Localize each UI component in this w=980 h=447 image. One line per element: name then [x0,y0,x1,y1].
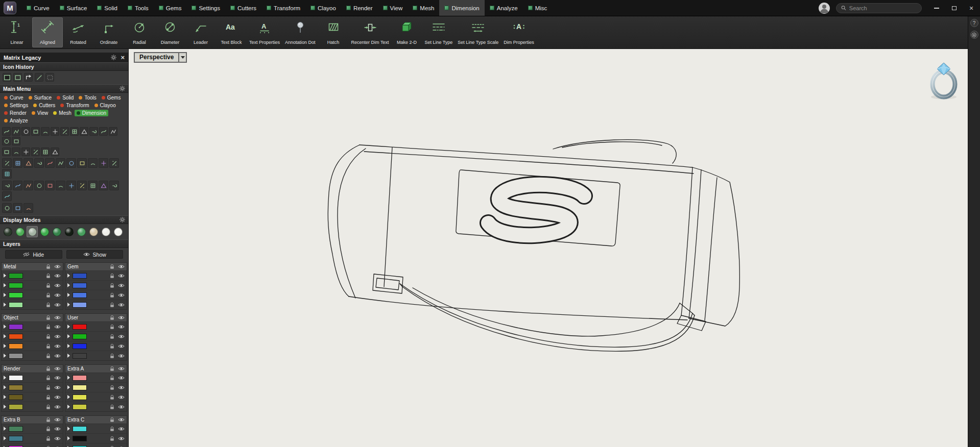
main-menu-item-settings[interactable]: Settings [2,102,30,109]
menu-tab-misc[interactable]: Misc [523,0,553,16]
lock-icon[interactable] [46,417,51,423]
split-icon[interactable] [23,181,33,190]
layer-color-swatch[interactable] [9,436,23,441]
minimize-icon[interactable] [928,0,945,16]
lock-icon[interactable] [46,445,51,447]
eye-icon[interactable] [54,395,61,400]
eye-icon[interactable] [118,283,125,288]
eye-icon[interactable] [54,303,61,307]
layer-color-swatch[interactable] [73,273,87,279]
layer-row[interactable] [2,341,63,351]
scale-icon[interactable] [34,158,44,168]
show-layers-button[interactable]: Show [66,250,124,259]
menu-tab-render[interactable]: Render [341,0,378,16]
eye-icon[interactable] [118,405,125,409]
main-menu-item-mesh[interactable]: Mesh [51,110,73,116]
lock-icon[interactable] [110,302,114,308]
lock-icon[interactable] [110,283,114,288]
sweep-icon[interactable] [99,181,108,190]
eye-icon[interactable] [54,376,61,380]
orient-icon[interactable] [66,158,76,168]
eye-icon[interactable] [118,344,125,349]
eye-icon[interactable] [118,427,125,431]
lock-icon[interactable] [46,375,51,381]
layer-color-swatch[interactable] [73,292,87,298]
toolbar-button-text-properties[interactable]: AText Properties [247,17,282,47]
lock-icon[interactable] [110,445,114,447]
layer-color-swatch[interactable] [9,445,23,447]
patch-icon[interactable] [88,181,98,190]
expand-arrow-icon[interactable] [67,436,70,440]
lock-icon[interactable] [110,385,114,390]
network-icon[interactable] [109,181,119,190]
menu-tab-settings[interactable]: Settings [186,0,225,16]
eye-icon[interactable] [118,366,125,371]
main-menu-item-clayoo[interactable]: Clayoo [92,102,118,109]
main-menu-item-render[interactable]: Render [2,110,29,116]
cylinder-icon[interactable] [21,147,30,156]
display-mode-x-ray[interactable] [51,226,62,237]
layer-row[interactable] [65,280,127,290]
eye-icon[interactable] [118,436,125,441]
explode-icon[interactable] [45,181,55,190]
flow-icon[interactable] [77,158,87,168]
layer-row[interactable] [2,321,63,331]
lock-icon[interactable] [110,417,114,423]
display-mode-rendered[interactable] [39,226,50,237]
outline-rect-icon[interactable] [13,73,22,82]
eye-icon[interactable] [54,354,61,358]
expand-arrow-icon[interactable] [67,376,70,380]
gear-icon[interactable] [970,31,978,39]
menu-tab-transform[interactable]: Transform [261,0,305,16]
lock-icon[interactable] [46,394,51,400]
environment-icon[interactable] [23,203,33,213]
eye-icon[interactable] [54,417,61,422]
view-dropdown-arrow[interactable] [179,52,187,63]
smash-icon[interactable] [2,169,12,179]
main-menu-item-tools[interactable]: Tools [77,94,98,101]
layer-row[interactable] [65,351,127,360]
layer-row[interactable] [65,373,127,382]
main-menu-item-gems[interactable]: Gems [100,94,123,101]
layer-color-swatch[interactable] [73,426,87,432]
menu-tab-mesh[interactable]: Mesh [408,0,439,16]
menu-tab-gems[interactable]: Gems [154,0,187,16]
layer-row[interactable] [2,331,63,341]
layer-color-swatch[interactable] [9,353,23,359]
menu-tab-surface[interactable]: Surface [55,0,92,16]
layer-row[interactable] [65,443,127,447]
toolbar-button-make-2-d[interactable]: Make 2-D [391,17,422,47]
lock-icon[interactable] [110,292,114,298]
search-input[interactable] [849,5,917,11]
layer-color-swatch[interactable] [73,375,87,381]
loft-icon[interactable] [41,147,50,156]
layer-color-swatch[interactable] [73,302,87,308]
display-mode-wireframe[interactable] [2,226,13,237]
main-menu-item-analyze[interactable]: Analyze [2,117,30,124]
main-menu-item-transform[interactable]: Transform [58,102,91,109]
lock-icon[interactable] [46,366,51,371]
fillet-icon[interactable] [70,127,79,136]
toolbar-button-linear[interactable]: 1Linear [2,17,32,47]
layer-color-swatch[interactable] [9,385,23,390]
layer-row[interactable] [65,424,127,433]
layer-group-header[interactable]: Object [2,314,63,321]
expand-arrow-icon[interactable] [4,395,6,399]
main-menu-item-surface[interactable]: Surface [27,94,54,101]
close-icon[interactable]: × [121,54,125,61]
lock-icon[interactable] [46,292,51,298]
maximize-icon[interactable] [945,0,963,16]
menu-tab-clayoo[interactable]: Clayoo [305,0,341,16]
cap-icon[interactable] [56,181,65,190]
shell-icon[interactable] [66,181,76,190]
eye-icon[interactable] [54,385,61,390]
layer-row[interactable] [2,373,63,382]
layer-row[interactable] [65,402,127,411]
lock-icon[interactable] [110,334,114,339]
layer-row[interactable] [65,270,127,280]
expand-arrow-icon[interactable] [4,427,6,431]
layer-color-swatch[interactable] [73,394,87,400]
render-preview-icon[interactable] [2,203,12,213]
lock-icon[interactable] [46,264,51,269]
layer-color-swatch[interactable] [9,404,23,410]
